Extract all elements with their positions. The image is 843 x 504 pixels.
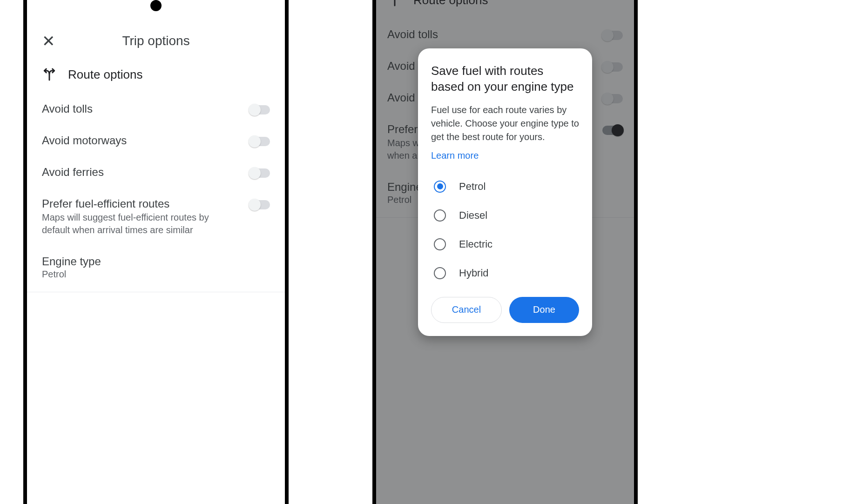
- row-value: Petrol: [42, 269, 270, 280]
- row-engine-type[interactable]: Engine type Petrol: [42, 246, 270, 292]
- option-petrol[interactable]: Petrol: [431, 172, 579, 201]
- done-button[interactable]: Done: [509, 297, 579, 323]
- toggle-avoid-motorways[interactable]: [250, 137, 270, 146]
- radio-icon[interactable]: [434, 209, 446, 222]
- phone-frame-2: Route options Avoid tolls Avoid motorway…: [372, 0, 638, 504]
- row-avoid-motorways[interactable]: Avoid motorways: [42, 125, 270, 156]
- radio-icon[interactable]: [434, 181, 446, 193]
- page-title: Trip options: [42, 34, 270, 48]
- dialog-title: Save fuel with routes based on your engi…: [431, 63, 579, 95]
- row-avoid-ferries[interactable]: Avoid ferries: [42, 156, 270, 188]
- row-label: Prefer fuel-efficient routes: [42, 197, 238, 210]
- route-split-icon: [42, 67, 57, 82]
- row-label: Avoid ferries: [42, 166, 238, 179]
- row-sublabel: Maps will suggest fuel-efficient routes …: [42, 211, 238, 236]
- toggle-avoid-tolls[interactable]: [250, 105, 270, 114]
- row-label: Engine type: [42, 255, 270, 268]
- option-electric[interactable]: Electric: [431, 230, 579, 259]
- phone-frame-1: ✕ Trip options Route options Avoid t: [23, 0, 289, 504]
- toggle-avoid-ferries[interactable]: [250, 168, 270, 178]
- option-label: Electric: [459, 238, 492, 250]
- toggle-fuel-efficient[interactable]: [250, 200, 270, 209]
- option-label: Hybrid: [459, 267, 489, 279]
- row-fuel-efficient[interactable]: Prefer fuel-efficient routes Maps will s…: [42, 188, 270, 246]
- option-diesel[interactable]: Diesel: [431, 201, 579, 230]
- learn-more-link[interactable]: Learn more: [431, 150, 479, 161]
- option-hybrid[interactable]: Hybrid: [431, 259, 579, 288]
- radio-icon[interactable]: [434, 238, 446, 250]
- engine-type-dialog: Save fuel with routes based on your engi…: [418, 48, 592, 336]
- section-divider: [27, 292, 285, 292]
- route-options-header: Route options: [42, 67, 270, 82]
- row-avoid-tolls[interactable]: Avoid tolls: [42, 93, 270, 125]
- option-label: Diesel: [459, 209, 487, 222]
- dialog-body: Fuel use for each route varies by vehicl…: [431, 103, 579, 144]
- row-label: Avoid motorways: [42, 134, 238, 147]
- radio-icon[interactable]: [434, 267, 446, 279]
- option-label: Petrol: [459, 181, 486, 193]
- cancel-button[interactable]: Cancel: [431, 297, 502, 323]
- row-label: Avoid tolls: [42, 102, 238, 115]
- route-options-title: Route options: [68, 67, 142, 82]
- screen1-header: ✕ Trip options: [42, 19, 270, 63]
